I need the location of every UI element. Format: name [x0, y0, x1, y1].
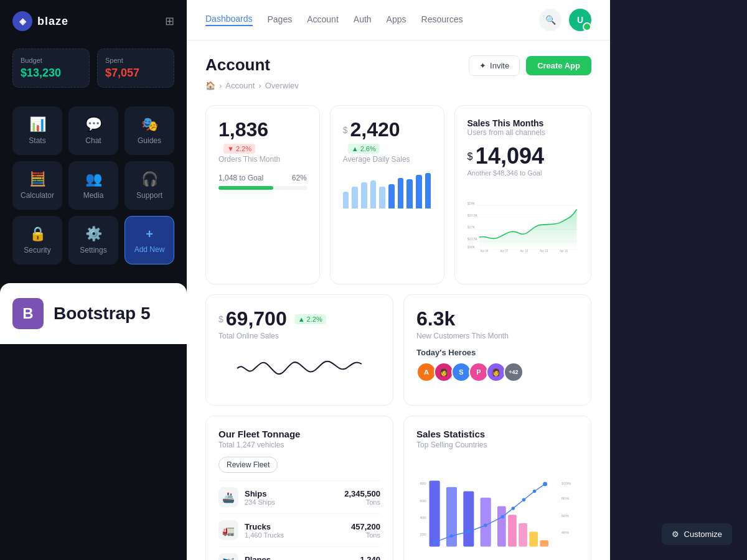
media-icon: 👥 [85, 171, 102, 187]
budget-section: Budget $13,230 Spent $7,057 [0, 42, 187, 100]
invite-button[interactable]: ✦ Invite [469, 55, 520, 76]
ships-count: 234 Ships [245, 498, 275, 506]
metrics-row-2: $ 69,700 ▲ 2.2% Total Online Sales 6.3k … [205, 294, 591, 406]
trucks-count: 1,460 Trucks [245, 531, 284, 539]
sidebar-item-add-new[interactable]: + Add New [125, 216, 174, 264]
top-nav: Dashboards Pages Account Auth Apps Resou… [187, 0, 610, 40]
breadcrumb-home: 🏠 [205, 81, 215, 90]
svg-text:60%: 60% [561, 513, 570, 518]
sidebar-bottom: B Bootstrap 5 [0, 283, 187, 344]
budget-label: Budget [21, 57, 82, 64]
ships-icon: 🚢 [218, 487, 238, 507]
sidebar-item-chat[interactable]: 💬 Chat [68, 106, 118, 155]
daily-sales-card: $ 2,420 ▲ 2.6% Average Daily Sales [330, 105, 444, 284]
add-icon: + [146, 227, 153, 241]
online-sales-value: 69,700 [226, 307, 287, 330]
bar-col-1 [430, 480, 440, 546]
logo-icon: ◈ [12, 11, 32, 31]
svg-text:$10K: $10K [467, 245, 475, 249]
progress-bar-bg [218, 186, 307, 190]
security-icon: 🔒 [29, 226, 46, 242]
bar-10 [425, 173, 431, 208]
bar-3 [361, 182, 367, 208]
svg-text:$20.5K: $20.5K [467, 213, 478, 217]
customers-label: New Customers This Month [416, 332, 578, 340]
nav-grid: 📊 Stats 💬 Chat 🎭 Guides 🧮 Calculator 👥 M… [0, 100, 187, 271]
orders-card: 1,836 ▼ 2.2% Orders This Month 1,048 to … [205, 105, 320, 284]
sidebar-item-media[interactable]: 👥 Media [68, 161, 118, 210]
nav-link-account[interactable]: Account [307, 14, 339, 26]
sidebar-item-settings[interactable]: ⚙️ Settings [68, 216, 118, 264]
breadcrumb: 🏠 › Account › Overwiev [205, 81, 591, 90]
svg-text:$24K: $24K [467, 202, 475, 205]
bar-8 [406, 179, 413, 208]
online-sales-card: $ 69,700 ▲ 2.2% Total Online Sales [205, 294, 393, 406]
svg-text:Apr 04: Apr 04 [480, 250, 489, 253]
spent-card: Spent $7,057 [97, 49, 174, 88]
stats-icon: 📊 [29, 116, 46, 133]
bar-2 [352, 187, 358, 208]
svg-text:800: 800 [420, 481, 426, 485]
svg-point-36 [543, 482, 547, 486]
svg-text:400: 400 [420, 515, 426, 520]
svg-point-34 [522, 498, 525, 501]
spent-label: Spent [105, 57, 166, 64]
progress-bar-fill [218, 186, 273, 190]
nav-link-resources[interactable]: Resources [421, 14, 463, 26]
budget-value: $13,230 [21, 67, 82, 80]
svg-point-29 [449, 534, 453, 538]
planes-icon: ✈️ [218, 553, 238, 560]
daily-sales-value: 2,420 [350, 118, 400, 141]
nav-link-dashboards[interactable]: Dashboards [205, 14, 253, 26]
nav-link-auth[interactable]: Auth [354, 14, 372, 26]
sidebar-header: ◈ blaze ⊞ [0, 0, 187, 42]
customize-label: Customize [684, 530, 722, 539]
orders-value: 1,836 [218, 118, 268, 141]
svg-rect-27 [540, 540, 548, 546]
customers-value: 6.3k [416, 307, 578, 330]
top-nav-links: Dashboards Pages Account Auth Apps Resou… [205, 14, 463, 26]
orders-badge: ▼ 2.2% [223, 144, 255, 154]
sidebar-item-label: Settings [80, 246, 106, 254]
menu-icon[interactable]: ⊞ [165, 14, 174, 28]
review-fleet-button[interactable]: Review Fleet [218, 457, 278, 473]
bootstrap-label: Bootstrap 5 [54, 304, 151, 324]
planes-value: 1,240 [360, 555, 380, 561]
sales-title: Sales This Months [467, 118, 579, 128]
nav-link-pages[interactable]: Pages [268, 14, 293, 26]
create-app-button[interactable]: Create App [526, 56, 591, 75]
sales-subtitle: Users from all channels [467, 128, 579, 137]
sidebar-item-stats[interactable]: 📊 Stats [12, 106, 62, 155]
bar-col-3 [463, 492, 474, 547]
right-panel [610, 0, 747, 560]
sidebar-item-support[interactable]: 🎧 Support [125, 161, 174, 210]
svg-rect-23 [497, 506, 506, 546]
sidebar-item-security[interactable]: 🔒 Security [12, 216, 62, 264]
sidebar-item-label: Calculator [21, 191, 54, 200]
bar-7 [398, 178, 404, 208]
daily-sales-chart [343, 171, 431, 208]
svg-text:Apr 07: Apr 07 [500, 250, 509, 253]
svg-rect-26 [529, 532, 538, 547]
fleet-subtitle: Total 1,247 vehicles [218, 441, 380, 449]
sales-sub-label: Another $48,346 to Goal [467, 169, 579, 177]
sidebar-item-guides[interactable]: 🎭 Guides [125, 106, 174, 155]
trucks-name: Trucks [245, 522, 284, 531]
guides-icon: 🎭 [141, 116, 158, 133]
sidebar-item-label: Guides [138, 136, 161, 145]
sales-big-value: 14,094 [476, 143, 544, 169]
nav-link-apps[interactable]: Apps [387, 14, 406, 26]
invite-label: Invite [490, 61, 509, 70]
sidebar-item-calculator[interactable]: 🧮 Calculator [12, 161, 62, 210]
trucks-value: 457,200 [351, 522, 380, 531]
fleet-item-trucks: 🚛 Trucks 1,460 Trucks 457,200 Tons [218, 513, 380, 546]
metrics-row-1: 1,836 ▼ 2.2% Orders This Month 1,048 to … [205, 105, 591, 284]
new-customers-card: 6.3k New Customers This Month Today's He… [403, 294, 591, 406]
user-avatar[interactable]: U [569, 9, 591, 31]
customize-button[interactable]: ⚙ Customize [662, 523, 732, 545]
fleet-card: Our Fleet Tonnage Total 1,247 vehicles R… [205, 416, 393, 560]
bar-9 [416, 175, 422, 208]
svg-text:100%: 100% [561, 481, 571, 485]
main-content: Dashboards Pages Account Auth Apps Resou… [187, 0, 610, 560]
search-button[interactable]: 🔍 [539, 9, 561, 31]
